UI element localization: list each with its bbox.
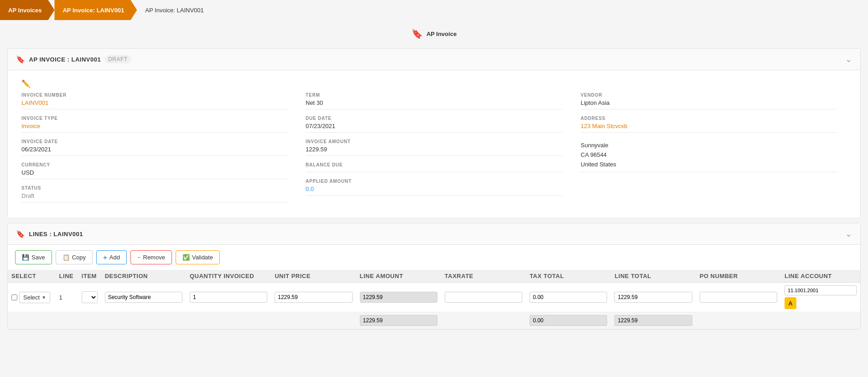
invoice-address-street-field: ADDRESS 123 Main Stcvcxb <box>581 116 837 133</box>
breadcrumb-ap-invoice-lainv001-current: AP Invoice: LAINV001 <box>137 0 212 20</box>
col-quantity-invoiced: QUANTITY INVOICED <box>186 270 271 283</box>
invoice-vendor-field: VENDOR Lipton Asia <box>581 93 837 109</box>
select-dropdown-arrow-icon: ▼ <box>42 295 46 300</box>
lines-card-icon: 🔖 <box>16 230 26 238</box>
totals-end-spacer <box>696 312 860 329</box>
save-icon: 💾 <box>22 254 29 261</box>
add-icon: + <box>103 253 107 261</box>
td-total-line-total <box>611 312 696 329</box>
invoice-balance-due-field: BALANCE DUE <box>306 162 562 172</box>
ap-invoice-title-icon: 🔖 <box>411 28 423 39</box>
ap-invoice-card-title-area: 🔖 AP INVOICE : LAINV001 DRAFT <box>16 55 131 64</box>
invoice-status-value: Draft <box>21 192 287 199</box>
invoice-status-field: STATUS Draft <box>21 186 287 202</box>
breadcrumb-ap-invoices[interactable]: AP Invoices <box>0 0 54 20</box>
col-line: LINE <box>56 270 78 283</box>
add-button[interactable]: + Add <box>96 250 127 264</box>
invoice-number-value[interactable]: LAINV001 <box>21 99 287 106</box>
td-line: 1 <box>56 283 78 312</box>
lines-card: 🔖 LINES : LAINV001 ⌄ 💾 Save 📋 Copy + Add… <box>7 223 861 330</box>
total-line-total-input[interactable] <box>614 315 692 326</box>
po-number-input[interactable] <box>700 292 777 303</box>
td-total-tax-total <box>526 312 611 329</box>
td-unit-price[interactable] <box>271 283 356 312</box>
invoice-type-value: Invoice <box>21 123 287 129</box>
invoice-term-value: Net 30 <box>306 99 562 106</box>
breadcrumb-ap-invoice-lainv001-active[interactable]: AP Invoice: LAINV001 <box>54 0 137 20</box>
td-total-taxrate <box>441 312 526 329</box>
unit-price-input[interactable] <box>275 292 352 303</box>
invoice-applied-amount-field: APPLIED AMOUNT 0.0 <box>306 179 562 196</box>
row-checkbox[interactable] <box>11 294 17 300</box>
td-line-account: A <box>781 283 860 312</box>
invoice-term-field: TERM Net 30 <box>306 93 562 109</box>
invoice-applied-amount-value: 0.0 <box>306 186 562 192</box>
td-po-number[interactable] <box>696 283 781 312</box>
col-line-amount: LINE AMOUNT <box>356 270 441 283</box>
line-total-input[interactable] <box>614 292 692 303</box>
td-item[interactable] <box>78 283 101 312</box>
invoice-address-field: Sunnyvale CA 96544 United States <box>581 139 837 172</box>
page-title: AP Invoice <box>426 31 457 37</box>
ap-invoice-card-header: 🔖 AP INVOICE : LAINV001 DRAFT ⌄ <box>8 49 860 70</box>
col-select: SELECT <box>8 270 56 283</box>
invoice-due-date-value: 07/23/2021 <box>306 123 562 129</box>
invoice-type-field: INVOICE TYPE Invoice <box>21 116 287 133</box>
ap-invoice-collapse-icon[interactable]: ⌄ <box>845 54 852 64</box>
remove-button[interactable]: − Remove <box>130 250 172 264</box>
invoice-amount-value: 1229.59 <box>306 146 562 153</box>
save-button[interactable]: 💾 Save <box>15 250 52 264</box>
invoice-currency-value: USD <box>21 169 287 176</box>
td-total-line-amount <box>356 312 441 329</box>
invoice-date-field: INVOICE DATE 06/23/2021 <box>21 139 287 156</box>
td-description[interactable] <box>101 283 186 312</box>
description-input[interactable] <box>105 292 182 303</box>
copy-button[interactable]: 📋 Copy <box>56 250 93 264</box>
validate-button[interactable]: ✅ Validate <box>176 250 220 264</box>
col-unit-price: UNIT PRICE <box>271 270 356 283</box>
lines-collapse-icon[interactable]: ⌄ <box>845 229 852 239</box>
avatar-badge[interactable]: A <box>785 297 796 309</box>
breadcrumb: AP Invoices AP Invoice: LAINV001 AP Invo… <box>0 0 868 20</box>
total-tax-total-input[interactable] <box>530 315 607 326</box>
line-amount-input[interactable] <box>360 292 437 303</box>
invoice-address-value: Sunnyvale CA 96544 United States <box>581 141 837 169</box>
col-taxrate: TAXRATE <box>441 270 526 283</box>
edit-icon[interactable]: ✏️ <box>21 79 31 88</box>
invoice-address-street-value[interactable]: 123 Main Stcvcxb <box>581 123 837 129</box>
td-line-total[interactable] <box>611 283 696 312</box>
invoice-number-field: INVOICE NUMBER LAINV001 <box>21 93 287 109</box>
remove-icon: − <box>137 254 141 261</box>
col-description: DESCRIPTION <box>101 270 186 283</box>
invoice-date-value: 06/23/2021 <box>21 146 287 153</box>
invoice-fields-grid: INVOICE NUMBER LAINV001 INVOICE TYPE Inv… <box>21 93 847 209</box>
invoice-amount-field: INVOICE AMOUNT 1229.59 <box>306 139 562 156</box>
tax-total-input[interactable] <box>530 292 607 303</box>
ap-invoice-card-icon: 🔖 <box>16 55 26 64</box>
lines-toolbar: 💾 Save 📋 Copy + Add − Remove ✅ Validate <box>8 245 860 270</box>
lines-card-title-area: 🔖 LINES : LAINV001 <box>16 230 83 238</box>
invoice-fields-right: VENDOR Lipton Asia ADDRESS 123 Main Stcv… <box>572 93 847 209</box>
td-quantity-invoiced[interactable] <box>186 283 271 312</box>
td-line-amount[interactable] <box>356 283 441 312</box>
col-item: ITEM <box>78 270 101 283</box>
td-tax-total[interactable] <box>526 283 611 312</box>
invoice-due-date-field: DUE DATE 07/23/2021 <box>306 116 562 133</box>
line-account-input[interactable] <box>785 285 857 295</box>
quantity-invoiced-input[interactable] <box>190 292 267 303</box>
total-line-amount-input[interactable] <box>360 315 437 326</box>
totals-spacer <box>8 312 356 329</box>
select-dropdown-button[interactable]: Select ▼ <box>19 292 50 303</box>
invoice-fields-left: INVOICE NUMBER LAINV001 INVOICE TYPE Inv… <box>21 93 296 209</box>
copy-icon: 📋 <box>62 254 70 261</box>
item-select[interactable] <box>82 291 98 303</box>
col-line-account: LINE ACCOUNT <box>781 270 860 283</box>
totals-row <box>8 312 860 329</box>
taxrate-input[interactable] <box>445 292 522 303</box>
td-taxrate[interactable] <box>441 283 526 312</box>
invoice-currency-field: CURRENCY USD <box>21 162 287 179</box>
td-select: Select ▼ <box>8 283 56 312</box>
page-title-area: 🔖 AP Invoice <box>0 20 868 44</box>
lines-table-header-row: SELECT LINE ITEM DESCRIPTION QUANTITY IN… <box>8 270 860 283</box>
ap-invoice-badge: DRAFT <box>104 55 131 63</box>
